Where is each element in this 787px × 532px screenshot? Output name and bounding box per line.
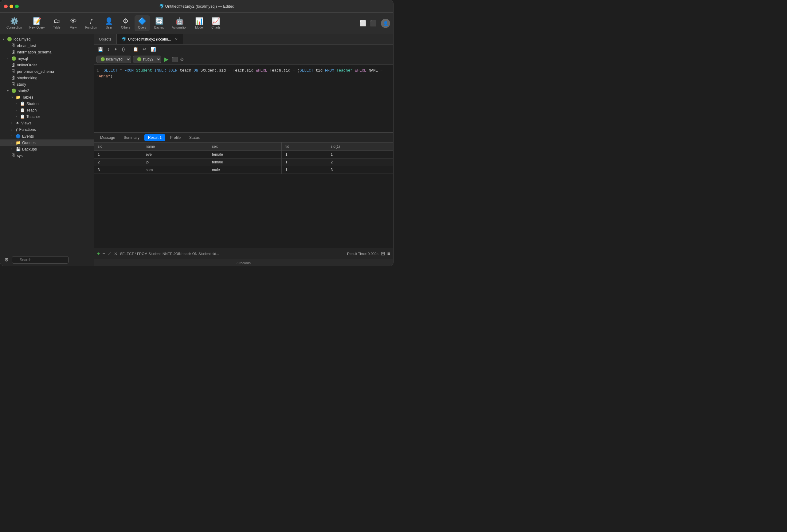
fullscreen-button[interactable] (15, 5, 19, 8)
toolbar-function[interactable]: ƒ Function (82, 15, 100, 31)
col-header-sid[interactable]: sid (94, 143, 142, 151)
query-icon: 🔷 (138, 17, 146, 25)
run-button[interactable]: ▶ (163, 55, 170, 63)
sidebar-item-performance-schema[interactable]: 🗄 performance_schema (0, 68, 94, 75)
close-button[interactable] (4, 5, 8, 8)
result-tab-status[interactable]: Status (186, 134, 204, 141)
sidebar-item-teach[interactable]: › 📋 Teach (0, 107, 94, 113)
sidebar-item-teacher[interactable]: › 📋 Teacher (0, 113, 94, 120)
connection-select[interactable]: 🟢 localmysql (97, 56, 131, 63)
sidebar-item-tables[interactable]: ▾ 📁 Tables (0, 94, 94, 101)
toolbar-view[interactable]: 👁 View (66, 15, 81, 31)
status-right: Result Time: 0.002s ⊞ ≡ (347, 251, 390, 256)
minimize-button[interactable] (9, 5, 13, 8)
col-header-sid1[interactable]: sid(1) (327, 143, 393, 151)
sidebar-item-functions[interactable]: › ƒ Functions (0, 126, 94, 133)
copy-button[interactable]: 📋 (131, 46, 140, 52)
chart-button[interactable]: 📊 (149, 46, 157, 52)
sidebar-item-staybooking[interactable]: 🗄 staybooking (0, 75, 94, 81)
sidebar-item-queries[interactable]: › 📁 Queries (0, 140, 94, 146)
query-label: Query (138, 26, 146, 29)
sidebar-item-backups[interactable]: › 💾 Backups (0, 146, 94, 152)
explain-button[interactable]: ↩ (141, 46, 148, 52)
save-button[interactable]: 💾 (97, 46, 105, 52)
queries-icon: 📁 (16, 141, 21, 145)
toolbar-left: ⚙️ Connection 📝 New Query 🗂 Table 👁 View… (3, 15, 224, 31)
schema-select[interactable]: 🟢 study2 (133, 56, 161, 63)
result-tab-result1[interactable]: Result 1 (144, 134, 165, 141)
sidebar-item-mysql[interactable]: › 🟢 mysql (0, 55, 94, 62)
toolbar-backup[interactable]: 🔄 Backup (151, 15, 167, 31)
sidebar-item-onlineorder[interactable]: 🗄 onlineOrder (0, 62, 94, 68)
sidebar-item-study[interactable]: 🗄 study (0, 81, 94, 88)
toolbar-connection[interactable]: ⚙️ Connection (3, 15, 25, 31)
sidebar-item-information-schema[interactable]: 🗄 information_schema (0, 49, 94, 55)
tree-item-label: Events (22, 134, 34, 139)
sidebar-toggle-button[interactable]: ⬜ (358, 19, 367, 27)
toolbar-new-query[interactable]: 📝 New Query (26, 15, 48, 31)
sql-editor[interactable]: 1SELECT * FROM Student INNER JOIN teach … (94, 65, 393, 132)
toolbar-automation[interactable]: 🤖 Automation (169, 15, 190, 31)
toolbar-table[interactable]: 🗂 Table (49, 15, 64, 31)
sidebar-item-localmysql[interactable]: ▾ 🟢 localmysql (0, 36, 94, 42)
arrow-icon: › (12, 147, 16, 151)
sidebar-item-ebean-test[interactable]: 🗄 ebean_test (0, 42, 94, 49)
tab-objects[interactable]: Objects (94, 34, 117, 44)
result-tab-summary[interactable]: Summary (120, 134, 143, 141)
split-view-button[interactable]: ⬛ (369, 19, 378, 27)
col-header-tid[interactable]: tid (281, 143, 327, 151)
toolbar-charts[interactable]: 📈 Charts (208, 15, 224, 31)
col-header-sex[interactable]: sex (208, 143, 282, 151)
table-row[interactable]: 3sammale13 (94, 166, 393, 174)
arrow-icon: › (12, 121, 16, 125)
search-input[interactable] (12, 256, 68, 263)
sidebar-item-study2[interactable]: ▾ 🟢 study2 (0, 88, 94, 94)
tree-item-label: sys (17, 154, 23, 158)
toolbar-query[interactable]: 🔷 Query (134, 15, 150, 31)
arrow-icon: › (12, 134, 16, 138)
arrow-icon: ▾ (12, 95, 16, 99)
explain-run-button[interactable]: ⚙ (180, 57, 184, 62)
window-title: 🐬 Untitled@study2 (localmysql) — Edited (159, 4, 234, 8)
delete-row-button[interactable]: − (102, 251, 105, 256)
sidebar-item-events[interactable]: › 🔵 Events (0, 133, 94, 140)
close-tab-icon[interactable]: ✕ (175, 37, 178, 41)
toolbar-user[interactable]: 👤 User (101, 15, 117, 31)
table-cell-sex: female (208, 158, 282, 166)
toolbar-model[interactable]: 📊 Model (192, 15, 207, 31)
sidebar: ▾ 🟢 localmysql 🗄 ebean_test 🗄 informatio… (0, 34, 94, 266)
confirm-button[interactable]: ✓ (108, 251, 111, 256)
col-header-name[interactable]: name (142, 143, 208, 151)
format-button[interactable]: ↕ (106, 46, 111, 52)
stop-button[interactable]: ⬛ (172, 57, 178, 62)
sidebar-footer: ⚙ 🔍 (0, 253, 94, 266)
result-tab-message[interactable]: Message (97, 134, 119, 141)
result-tab-profile[interactable]: Profile (167, 134, 184, 141)
model-icon: 📊 (195, 17, 204, 25)
tree-item-label: Teacher (26, 114, 40, 119)
cancel-button[interactable]: ✕ (114, 251, 118, 256)
add-row-button[interactable]: + (97, 251, 100, 256)
tree-item-label: performance_schema (17, 69, 54, 74)
tree-item-label: Backups (22, 147, 37, 151)
tree-item-label: Student (26, 102, 40, 106)
automation-icon: 🤖 (175, 17, 184, 25)
settings-button[interactable]: ⚙ (3, 256, 10, 263)
right-content: Objects 🐬 Untitled@study2 (localm... ✕ 💾… (94, 34, 393, 266)
query-preview: SELECT * FROM Student INNER JOIN teach O… (120, 252, 219, 256)
status-bar: + − ✓ ✕ SELECT * FROM Student INNER JOIN… (94, 248, 393, 259)
table-row[interactable]: 2jofemale12 (94, 158, 393, 166)
table-row[interactable]: 1evefemale11 (94, 151, 393, 158)
paren-button[interactable]: () (121, 46, 126, 52)
schema-icon: 🗄 (12, 50, 15, 55)
toolbar-others[interactable]: ⚙ Others (118, 15, 133, 31)
grid-view-icon[interactable]: ⊞ (381, 251, 385, 256)
tab-query[interactable]: 🐬 Untitled@study2 (localm... ✕ (117, 34, 183, 44)
list-view-icon[interactable]: ≡ (387, 251, 390, 256)
arrow-icon: ▾ (7, 89, 12, 92)
sidebar-item-sys[interactable]: 🗄 sys (0, 152, 94, 159)
magic-button[interactable]: ✦ (112, 46, 119, 52)
sidebar-item-views[interactable]: › 👁 Views (0, 120, 94, 126)
sidebar-item-student[interactable]: › 📋 Student (0, 101, 94, 107)
line-number: 1 (97, 68, 99, 73)
